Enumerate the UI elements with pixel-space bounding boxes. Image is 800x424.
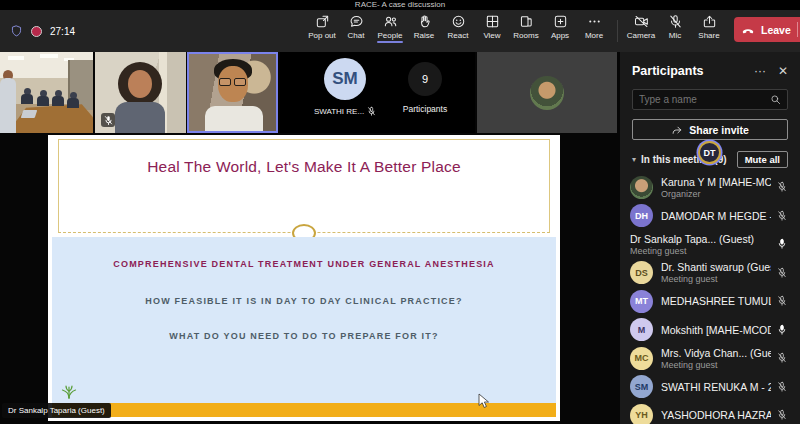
participant-count: 9: [408, 62, 442, 96]
participant-row[interactable]: YH YASHODHORA HAZRA - 200406...: [620, 401, 800, 424]
panel-more-icon[interactable]: ···: [754, 66, 766, 76]
leave-icon: [741, 23, 755, 37]
section-chevron-icon[interactable]: ▾: [632, 155, 636, 164]
search-icon: [770, 94, 781, 105]
avatar: [530, 76, 564, 110]
panel-title: Participants: [632, 64, 742, 78]
slide-question-1: HOW FEASIBLE IT IS IN DAY TO DAY CLINICA…: [52, 296, 556, 306]
participants-overflow-tile[interactable]: 9 Participants: [390, 62, 460, 114]
mouse-cursor: [478, 393, 490, 410]
muted-mic-icon: [777, 181, 787, 193]
muted-mic-icon: [101, 113, 115, 127]
muted-mic-icon: [777, 210, 787, 222]
muted-mic-icon: [777, 409, 787, 421]
share-invite-button[interactable]: Share invite: [632, 119, 788, 140]
video-tile-photo-avatar[interactable]: [477, 52, 617, 133]
people-icon: [383, 14, 398, 29]
titlebar: RACE- A case discussion: [0, 0, 800, 10]
camera-button[interactable]: Camera: [624, 14, 658, 43]
plant-clipart: [60, 383, 78, 399]
teams-meeting-window: RACE- A case discussion 27:14 Pop out Ch…: [0, 0, 800, 424]
video-tile-woman[interactable]: [95, 52, 186, 133]
slide-body: COMPREHENSIVE DENTAL TREATMENT UNDER GEN…: [52, 237, 556, 403]
rooms-icon: [519, 14, 534, 29]
apps-button[interactable]: Apps: [543, 14, 577, 43]
meeting-toolbar: 27:14 Pop out Chat People Raise React: [0, 10, 800, 52]
popout-icon: [315, 14, 330, 29]
mic-button[interactable]: Mic: [658, 14, 692, 43]
more-button[interactable]: More: [577, 14, 611, 43]
toolbar-status-group: 27:14: [10, 10, 75, 52]
device-buttons: Camera Mic Share Leave: [624, 14, 800, 43]
popout-button[interactable]: Pop out: [305, 14, 339, 43]
participant-row[interactable]: MT MEDHASHREE TUMULURI - 220...: [620, 287, 800, 316]
muted-mic-icon: [777, 352, 787, 364]
avatar: MC: [630, 347, 653, 370]
search-input[interactable]: [639, 94, 770, 105]
participant-row[interactable]: DS Dr. Shanti swarup (Guest) Meeting gue…: [620, 259, 800, 288]
share-button[interactable]: Share: [692, 14, 726, 43]
muted-mic-icon: [367, 106, 376, 117]
people-button[interactable]: People: [373, 14, 407, 43]
avatar: [630, 176, 653, 199]
participant-row[interactable]: M Mokshith [MAHE-MCODSMLR]: [620, 316, 800, 345]
toolbar-divider: [617, 20, 618, 42]
raise-hand-icon: [417, 14, 432, 29]
share-invite-icon: [671, 124, 683, 136]
share-screen-icon: [702, 14, 717, 29]
mic-off-icon: [668, 14, 683, 29]
participant-row[interactable]: DT Dr Sankalp Tapa... (Guest) Meeting gu…: [620, 230, 800, 259]
muted-mic-icon: [777, 295, 787, 307]
react-icon: [451, 14, 466, 29]
avatar: SM: [324, 58, 366, 100]
chat-icon: [349, 14, 364, 29]
toolbar-buttons: Pop out Chat People Raise React View: [305, 14, 611, 43]
leave-button[interactable]: Leave: [734, 17, 800, 42]
meeting-stage: SM SWATHI RE... 9 Participants Heal The …: [0, 52, 620, 424]
participant-search[interactable]: [632, 89, 788, 110]
mic-on-icon: [777, 324, 787, 336]
view-button[interactable]: View: [475, 14, 509, 43]
view-icon: [485, 14, 500, 29]
avatar: M: [630, 318, 653, 341]
avatar: DH: [630, 204, 653, 227]
react-button[interactable]: React: [441, 14, 475, 43]
glasses: [219, 78, 231, 86]
mic-on-icon: [777, 238, 787, 250]
self-video-tile[interactable]: SM SWATHI RE...: [300, 58, 390, 117]
raise-hand-button[interactable]: Raise: [407, 14, 441, 43]
shared-presentation-slide: Heal The World, Let's Make It A Better P…: [48, 135, 560, 421]
avatar: DT: [698, 141, 721, 164]
slide-question-2: WHAT DO YOU NEED TO DO TO PREPARE FOR IT…: [52, 331, 556, 341]
chat-button[interactable]: Chat: [339, 14, 373, 43]
slide-title: Heal The World, Let's Make It A Better P…: [48, 158, 560, 176]
video-tile-conference-room[interactable]: [0, 52, 93, 133]
muted-mic-icon: [777, 381, 787, 393]
participant-row[interactable]: DH DAMODAR M HEGDE - 2004060...: [620, 202, 800, 231]
slide-heading: COMPREHENSIVE DENTAL TREATMENT UNDER GEN…: [52, 259, 556, 269]
meeting-timer: 27:14: [50, 26, 75, 37]
more-icon: [587, 14, 602, 29]
avatar: SM: [630, 375, 653, 398]
muted-mic-icon: [777, 267, 787, 279]
panel-close-icon[interactable]: ✕: [778, 66, 788, 76]
participant-row[interactable]: SM SWATHI RENUKA M - 200406003: [620, 373, 800, 402]
recording-indicator-icon: [31, 26, 42, 37]
participant-row[interactable]: Karuna Y M [MAHE-MCODSMLR] Organizer: [620, 173, 800, 202]
slide-title-frame: [58, 139, 550, 233]
camera-off-icon: [634, 14, 649, 29]
shield-icon: [10, 24, 23, 38]
avatar: YH: [630, 404, 653, 424]
avatar: MT: [630, 290, 653, 313]
participant-row[interactable]: MC Mrs. Vidya Chan... (Guest) Meeting gu…: [620, 344, 800, 373]
rooms-button[interactable]: Rooms: [509, 14, 543, 43]
meeting-title: RACE- A case discussion: [355, 0, 445, 10]
participant-list: Karuna Y M [MAHE-MCODSMLR] Organizer DH …: [620, 173, 800, 424]
self-name-label: SWATHI RE...: [314, 107, 364, 116]
filmstrip-overflow: SM SWATHI RE... 9 Participants: [280, 52, 475, 133]
speaker-name-label: Dr Sankalp Taparia (Guest): [2, 403, 111, 418]
mute-all-button[interactable]: Mute all: [737, 151, 788, 168]
participants-panel: Participants ··· ✕ Share invite ▾ In thi…: [620, 52, 800, 424]
video-tile-active-speaker[interactable]: [187, 52, 278, 133]
section-label: In this meeting (9): [641, 154, 737, 165]
